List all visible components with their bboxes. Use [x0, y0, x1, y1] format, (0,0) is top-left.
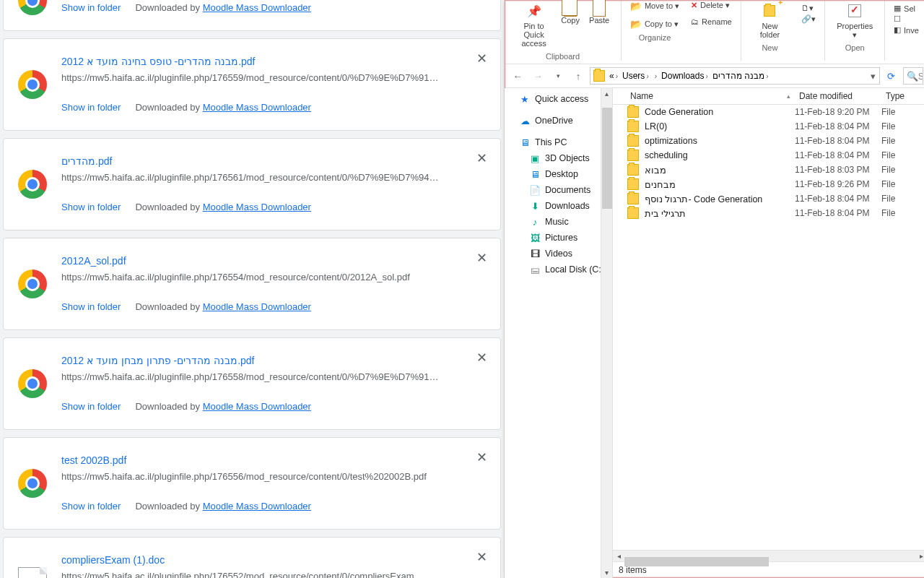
remove-download-button[interactable]: ✕: [476, 250, 487, 266]
up-button[interactable]: ↑: [570, 67, 587, 85]
copy-button[interactable]: Copy: [556, 0, 585, 49]
select-all-button[interactable]: ▦Sel: [892, 3, 917, 14]
table-row[interactable]: תרגילי בית11-Feb-18 8:04 PMFile: [613, 206, 924, 220]
nav-videos[interactable]: 🎞Videos: [505, 246, 612, 262]
file-date: 11-Feb-18 9:20 PM: [795, 107, 881, 117]
show-in-folder-link[interactable]: Show in folder: [61, 202, 121, 212]
download-title[interactable]: compliersExam (1).doc: [61, 552, 471, 568]
nav-local-disk[interactable]: 🖴Local Disk (C:): [505, 262, 612, 277]
folder-icon: [593, 70, 605, 82]
star-icon: ★: [519, 93, 531, 105]
address-dropdown-button[interactable]: ▾: [868, 71, 879, 82]
download-card: test 2002B.pdfhttps://mw5.haifa.ac.il/pl…: [3, 437, 501, 530]
address-bar[interactable]: «› Users› › Downloads› מבנה מהדרים› ▾: [590, 67, 880, 85]
show-in-folder-link[interactable]: Show in folder: [61, 102, 121, 113]
scroll-up-icon[interactable]: ▴: [605, 88, 609, 99]
download-card: Show in folderDownloaded by Moodle Mass …: [3, 0, 501, 31]
word-doc-icon: W: [18, 567, 47, 578]
nav-music[interactable]: ♪Music: [505, 214, 612, 230]
paste-button[interactable]: Paste: [585, 0, 614, 49]
nav-quick-access[interactable]: ★Quick access: [505, 91, 612, 107]
move-to-button[interactable]: 📂Move to ▾: [629, 0, 681, 12]
show-in-folder-link[interactable]: Show in folder: [61, 501, 121, 512]
file-type: File: [881, 150, 924, 160]
copy-to-button[interactable]: 📂Copy to ▾: [629, 18, 680, 30]
column-headers: Name▴ Date modified Type: [613, 88, 924, 105]
remove-download-button[interactable]: ✕: [476, 549, 487, 565]
file-type: File: [881, 194, 924, 204]
nav-downloads[interactable]: ⬇Downloads: [505, 198, 612, 214]
nav-desktop[interactable]: 🖥Desktop: [505, 166, 612, 182]
remove-download-button[interactable]: ✕: [476, 150, 487, 166]
rename-icon: 🗂: [691, 17, 699, 26]
file-name: מבחנים: [645, 179, 676, 190]
file-date: 11-Feb-18 8:04 PM: [795, 121, 881, 131]
table-row[interactable]: scheduling11-Feb-18 8:04 PMFile: [613, 148, 924, 163]
refresh-button[interactable]: ⟳: [883, 68, 900, 84]
delete-icon: ✕: [691, 1, 697, 10]
file-type: File: [881, 165, 924, 175]
scroll-down-icon[interactable]: ▾: [605, 567, 609, 578]
table-row[interactable]: תרגול נוסף- Code Generation11-Feb-18 8:0…: [613, 191, 924, 206]
new-item-button[interactable]: 🗋▾: [800, 3, 815, 14]
rename-button[interactable]: 🗂Rename: [689, 17, 733, 27]
remove-download-button[interactable]: ✕: [476, 449, 487, 465]
moveto-icon: 📂: [630, 1, 642, 12]
desktop-icon: 🖥: [529, 168, 541, 180]
remove-download-button[interactable]: ✕: [476, 51, 487, 66]
show-in-folder-link[interactable]: Show in folder: [61, 301, 121, 312]
column-type[interactable]: Type: [881, 91, 924, 101]
extension-link[interactable]: Moodle Mass Downloader: [203, 301, 311, 312]
extension-link[interactable]: Moodle Mass Downloader: [203, 401, 311, 412]
file-name: תרגילי בית: [645, 208, 686, 219]
extension-link[interactable]: Moodle Mass Downloader: [203, 202, 311, 212]
downloads-icon: ⬇: [529, 200, 541, 212]
table-row[interactable]: Code Generation11-Feb-18 9:20 PMFile: [613, 105, 924, 119]
back-button[interactable]: ←: [509, 67, 526, 85]
new-folder-button[interactable]: ✦New folder: [748, 0, 791, 40]
column-date[interactable]: Date modified: [795, 91, 881, 101]
nav-scrollbar-thumb[interactable]: [602, 108, 612, 209]
h-scrollbar-thumb[interactable]: [624, 557, 769, 566]
download-title[interactable]: 2012A_sol.pdf: [61, 253, 471, 269]
extension-link[interactable]: Moodle Mass Downloader: [203, 102, 311, 113]
nav-scrollbar[interactable]: ▴ ▾: [601, 88, 612, 578]
nav-documents[interactable]: 📄Documents: [505, 182, 612, 198]
extension-link[interactable]: Moodle Mass Downloader: [203, 2, 311, 13]
file-type: File: [881, 208, 924, 218]
table-row[interactable]: מבוא11-Feb-18 8:03 PMFile: [613, 163, 924, 177]
show-in-folder-link[interactable]: Show in folder: [61, 401, 121, 412]
show-in-folder-link[interactable]: Show in folder: [61, 2, 121, 13]
table-row[interactable]: optimizations11-Feb-18 8:04 PMFile: [613, 134, 924, 148]
column-name[interactable]: Name▴: [613, 91, 795, 101]
nav-this-pc[interactable]: 🖥This PC: [505, 134, 612, 150]
extension-link[interactable]: Moodle Mass Downloader: [203, 501, 311, 512]
scroll-left-icon[interactable]: ◂: [613, 552, 624, 560]
scroll-right-icon[interactable]: ▸: [916, 552, 924, 560]
properties-button[interactable]: Properties▾: [832, 0, 877, 40]
remove-download-button[interactable]: ✕: [476, 350, 487, 366]
easy-access-button[interactable]: 🔗▾: [800, 14, 817, 25]
download-title[interactable]: מבנה מהדרים- טופס בחינה מועד א 2012.pdf: [61, 53, 471, 69]
invert-selection-button[interactable]: ◧Inve: [892, 25, 920, 35]
nav-3d-objects[interactable]: ▣3D Objects: [505, 150, 612, 166]
table-row[interactable]: LR(0)11-Feb-18 8:04 PMFile: [613, 119, 924, 134]
nav-pictures[interactable]: 🖼Pictures: [505, 230, 612, 246]
folder-icon: [627, 193, 639, 204]
horizontal-scrollbar[interactable]: ◂ ▸: [613, 550, 924, 561]
select-none-button[interactable]: ☐: [892, 14, 902, 25]
download-title[interactable]: test 2002B.pdf: [61, 452, 471, 468]
file-name: מבוא: [645, 165, 666, 176]
recent-locations-button[interactable]: ▾: [549, 67, 567, 85]
breadcrumb-seg: «›: [608, 71, 621, 81]
table-row[interactable]: מבחנים11-Feb-18 9:26 PMFile: [613, 177, 924, 191]
download-title[interactable]: מבנה מהדרים- פתרון מבחן מועד א 2012.pdf: [61, 353, 471, 368]
file-type: File: [881, 107, 924, 117]
search-box[interactable]: 🔍 Sear: [903, 67, 923, 85]
delete-button[interactable]: ✕Delete ▾: [689, 0, 731, 11]
download-title[interactable]: מהדרים.pdf: [61, 153, 471, 169]
nav-onedrive[interactable]: ☁OneDrive: [505, 113, 612, 129]
forward-button[interactable]: →: [529, 67, 546, 85]
ribbon-group-clipboard: Clipboard: [539, 49, 587, 61]
pin-quick-access-button[interactable]: 📌Pin to Quick access: [512, 0, 556, 49]
